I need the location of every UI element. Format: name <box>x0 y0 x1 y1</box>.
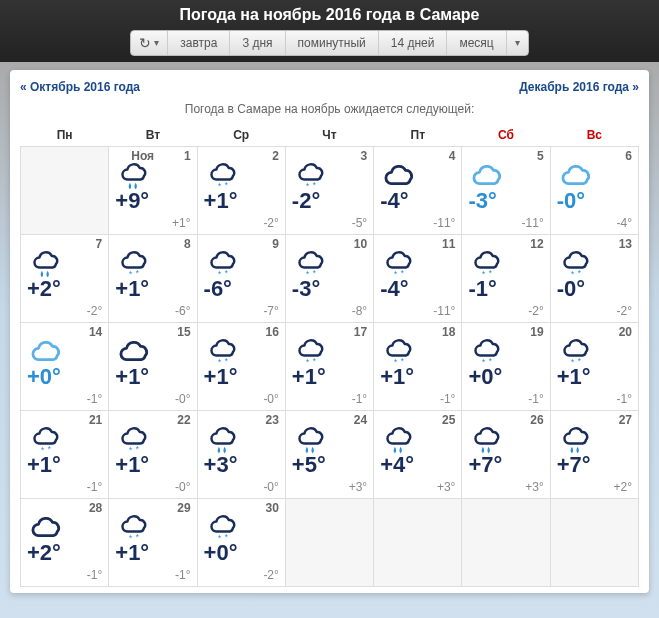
calendar-cell[interactable]: 4-4°-11° <box>374 147 462 235</box>
calendar-cell[interactable]: 25+4°+3° <box>374 411 462 499</box>
calendar-cell[interactable]: 19+0°-1° <box>462 323 550 411</box>
calendar-cell[interactable]: 2+1°-2° <box>197 147 285 235</box>
cloud-light-icon <box>468 163 506 191</box>
calendar-cell[interactable]: 14+0°-1° <box>21 323 109 411</box>
next-month-link[interactable]: Декабрь 2016 года » <box>519 80 639 94</box>
calendar-cell[interactable]: 9-6°-7° <box>197 235 285 323</box>
calendar-cell <box>374 499 462 587</box>
high-temp: +1° <box>115 452 149 478</box>
high-temp: +1° <box>115 364 149 390</box>
weekday-header: Пт <box>374 124 462 147</box>
calendar-cell[interactable]: 23+3°-0° <box>197 411 285 499</box>
calendar-cell[interactable]: 13-0°-2° <box>550 235 638 323</box>
high-temp: +4° <box>380 452 414 478</box>
low-temp: -2° <box>528 304 543 318</box>
low-temp: -5° <box>352 216 367 230</box>
tab-month[interactable]: месяц <box>447 31 506 55</box>
day-number: 26 <box>530 413 543 427</box>
range-tabs: ↻ ▾ завтра 3 дня поминутный 14 дней меся… <box>130 30 528 56</box>
high-temp: -3° <box>292 276 320 302</box>
snow-icon <box>380 251 418 279</box>
chevron-down-icon: ▾ <box>515 31 520 55</box>
calendar-cell[interactable]: 27+7°+2° <box>550 411 638 499</box>
day-number: 30 <box>265 501 278 515</box>
calendar-cell[interactable]: 20+1°-1° <box>550 323 638 411</box>
high-temp: +1° <box>292 364 326 390</box>
calendar-cell[interactable]: 11-4°-11° <box>374 235 462 323</box>
high-temp: +1° <box>204 364 238 390</box>
snow-icon <box>380 339 418 367</box>
high-temp: -2° <box>292 188 320 214</box>
day-number: 22 <box>177 413 190 427</box>
cloud-light-icon <box>27 339 65 367</box>
tab-14days[interactable]: 14 дней <box>379 31 448 55</box>
calendar-cell[interactable]: 1Ноя+9°+1° <box>109 147 197 235</box>
low-temp: -2° <box>263 568 278 582</box>
high-temp: +7° <box>557 452 591 478</box>
day-number: 23 <box>265 413 278 427</box>
calendar-cell[interactable]: 30+0°-2° <box>197 499 285 587</box>
day-number: 1 <box>184 149 191 163</box>
tab-3days[interactable]: 3 дня <box>230 31 285 55</box>
rain-icon <box>115 163 153 191</box>
rain-icon <box>557 427 595 455</box>
snow-icon <box>204 339 242 367</box>
snow-icon <box>292 339 330 367</box>
low-temp: -11° <box>433 216 455 230</box>
snow-icon <box>292 251 330 279</box>
day-number: 3 <box>360 149 367 163</box>
low-temp: +2° <box>614 480 632 494</box>
history-button[interactable]: ↻ ▾ <box>131 31 168 55</box>
calendar-cell[interactable]: 7+2°-2° <box>21 235 109 323</box>
calendar-cell[interactable]: 29+1°-1° <box>109 499 197 587</box>
calendar-cell[interactable]: 26+7°+3° <box>462 411 550 499</box>
low-temp: -0° <box>175 392 190 406</box>
low-temp: -1° <box>440 392 455 406</box>
calendar-cell[interactable]: 17+1°-1° <box>285 323 373 411</box>
day-number: 9 <box>272 237 279 251</box>
low-temp: -1° <box>87 392 102 406</box>
low-temp: -2° <box>617 304 632 318</box>
rain-icon <box>204 427 242 455</box>
day-number: 12 <box>530 237 543 251</box>
day-number: 13 <box>619 237 632 251</box>
low-temp: -0° <box>263 480 278 494</box>
calendar-cell[interactable]: 5-3°-11° <box>462 147 550 235</box>
more-button[interactable]: ▾ <box>507 31 528 55</box>
calendar-cell[interactable]: 21+1°-1° <box>21 411 109 499</box>
day-number: 27 <box>619 413 632 427</box>
page-title: Погода на ноябрь 2016 года в Самаре <box>0 6 659 24</box>
snow-icon <box>27 427 65 455</box>
calendar-cell[interactable]: 6-0°-4° <box>550 147 638 235</box>
prev-month-link[interactable]: « Октябрь 2016 года <box>20 80 140 94</box>
calendar-cell[interactable]: 15+1°-0° <box>109 323 197 411</box>
low-temp: -11° <box>433 304 455 318</box>
calendar-cell[interactable]: 16+1°-0° <box>197 323 285 411</box>
high-temp: -0° <box>557 188 585 214</box>
low-temp: -1° <box>617 392 632 406</box>
calendar-cell[interactable]: 22+1°-0° <box>109 411 197 499</box>
low-temp: +3° <box>437 480 455 494</box>
weekday-header: Пн <box>21 124 109 147</box>
content-panel: « Октябрь 2016 года Декабрь 2016 года » … <box>10 70 649 593</box>
calendar-cell <box>285 499 373 587</box>
calendar-cell[interactable]: 24+5°+3° <box>285 411 373 499</box>
low-temp: +1° <box>172 216 190 230</box>
rain-icon <box>27 251 65 279</box>
snow-icon <box>204 515 242 543</box>
rain-icon <box>380 427 418 455</box>
calendar-cell[interactable]: 8+1°-6° <box>109 235 197 323</box>
high-temp: +0° <box>468 364 502 390</box>
weekday-header: Чт <box>285 124 373 147</box>
calendar-cell[interactable]: 12-1°-2° <box>462 235 550 323</box>
tab-minute[interactable]: поминутный <box>286 31 379 55</box>
tab-tomorrow[interactable]: завтра <box>168 31 230 55</box>
cloud-icon <box>115 339 153 367</box>
calendar-cell[interactable]: 18+1°-1° <box>374 323 462 411</box>
calendar-cell <box>550 499 638 587</box>
snow-icon <box>557 339 595 367</box>
calendar-cell[interactable]: 3-2°-5° <box>285 147 373 235</box>
calendar-cell[interactable]: 10-3°-8° <box>285 235 373 323</box>
rain-icon <box>292 427 330 455</box>
calendar-cell[interactable]: 28+2°-1° <box>21 499 109 587</box>
